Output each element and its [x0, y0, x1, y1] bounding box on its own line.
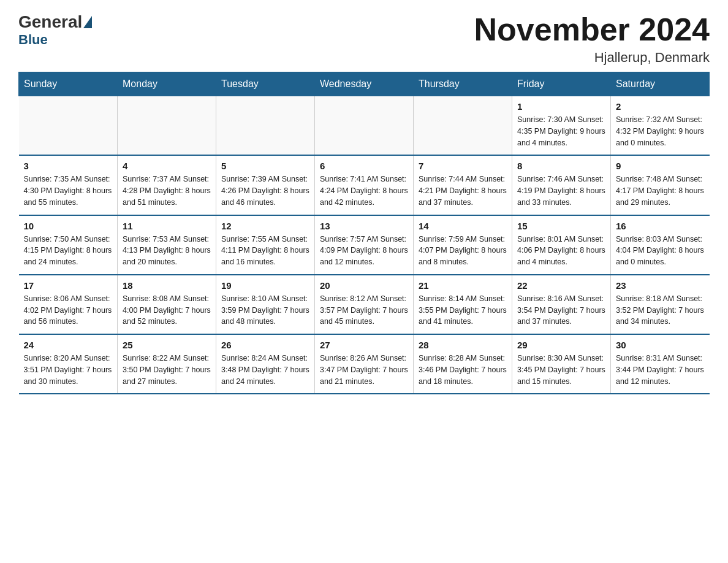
day-number: 23 — [616, 280, 705, 291]
weekday-header-saturday: Saturday — [611, 72, 710, 96]
day-info: Sunrise: 8:26 AM Sunset: 3:47 PM Dayligh… — [320, 353, 408, 387]
calendar-cell: 11Sunrise: 7:53 AM Sunset: 4:13 PM Dayli… — [118, 215, 216, 275]
day-info: Sunrise: 8:06 AM Sunset: 4:02 PM Dayligh… — [24, 293, 113, 327]
day-number: 28 — [419, 340, 507, 350]
day-info: Sunrise: 8:14 AM Sunset: 3:55 PM Dayligh… — [419, 293, 507, 327]
weekday-header-monday: Monday — [118, 72, 216, 96]
calendar-cell: 14Sunrise: 7:59 AM Sunset: 4:07 PM Dayli… — [414, 215, 512, 275]
day-number: 22 — [517, 280, 605, 291]
day-info: Sunrise: 8:12 AM Sunset: 3:57 PM Dayligh… — [320, 293, 408, 327]
calendar-cell: 16Sunrise: 8:03 AM Sunset: 4:04 PM Dayli… — [611, 215, 710, 275]
calendar-cell: 15Sunrise: 8:01 AM Sunset: 4:06 PM Dayli… — [512, 215, 611, 275]
day-info: Sunrise: 7:57 AM Sunset: 4:09 PM Dayligh… — [320, 234, 408, 268]
day-info: Sunrise: 8:20 AM Sunset: 3:51 PM Dayligh… — [24, 353, 113, 387]
calendar-cell: 5Sunrise: 7:39 AM Sunset: 4:26 PM Daylig… — [216, 155, 315, 215]
day-number: 12 — [221, 221, 309, 231]
day-info: Sunrise: 8:31 AM Sunset: 3:44 PM Dayligh… — [616, 353, 705, 387]
day-number: 18 — [123, 280, 211, 291]
day-info: Sunrise: 7:30 AM Sunset: 4:35 PM Dayligh… — [517, 114, 605, 148]
calendar-cell: 23Sunrise: 8:18 AM Sunset: 3:52 PM Dayli… — [611, 275, 710, 334]
day-number: 27 — [320, 340, 408, 350]
day-info: Sunrise: 7:32 AM Sunset: 4:32 PM Dayligh… — [616, 114, 705, 148]
day-number: 8 — [517, 161, 605, 171]
weekday-header-row: SundayMondayTuesdayWednesdayThursdayFrid… — [19, 72, 710, 96]
day-info: Sunrise: 7:37 AM Sunset: 4:28 PM Dayligh… — [123, 174, 211, 208]
calendar-cell: 2Sunrise: 7:32 AM Sunset: 4:32 PM Daylig… — [611, 96, 710, 156]
day-info: Sunrise: 7:48 AM Sunset: 4:17 PM Dayligh… — [616, 174, 705, 208]
day-number: 20 — [320, 280, 408, 291]
calendar-body: 1Sunrise: 7:30 AM Sunset: 4:35 PM Daylig… — [19, 96, 710, 394]
calendar-cell: 27Sunrise: 8:26 AM Sunset: 3:47 PM Dayli… — [315, 334, 414, 394]
calendar-cell: 12Sunrise: 7:55 AM Sunset: 4:11 PM Dayli… — [216, 215, 315, 275]
calendar-week-row: 24Sunrise: 8:20 AM Sunset: 3:51 PM Dayli… — [19, 334, 710, 394]
calendar-cell: 7Sunrise: 7:44 AM Sunset: 4:21 PM Daylig… — [414, 155, 512, 215]
day-number: 29 — [517, 340, 605, 350]
subtitle: Hjallerup, Denmark — [474, 50, 710, 66]
logo-general-text: General — [18, 12, 82, 32]
day-info: Sunrise: 8:03 AM Sunset: 4:04 PM Dayligh… — [616, 234, 705, 268]
main-title: November 2024 — [474, 12, 710, 47]
calendar-cell: 29Sunrise: 8:30 AM Sunset: 3:45 PM Dayli… — [512, 334, 611, 394]
calendar-cell: 13Sunrise: 7:57 AM Sunset: 4:09 PM Dayli… — [315, 215, 414, 275]
calendar-cell: 10Sunrise: 7:50 AM Sunset: 4:15 PM Dayli… — [19, 215, 118, 275]
day-number: 16 — [616, 221, 705, 231]
day-info: Sunrise: 7:46 AM Sunset: 4:19 PM Dayligh… — [517, 174, 605, 208]
calendar-week-row: 10Sunrise: 7:50 AM Sunset: 4:15 PM Dayli… — [19, 215, 710, 275]
day-info: Sunrise: 8:24 AM Sunset: 3:48 PM Dayligh… — [221, 353, 309, 387]
day-info: Sunrise: 8:18 AM Sunset: 3:52 PM Dayligh… — [616, 293, 705, 327]
calendar-cell: 3Sunrise: 7:35 AM Sunset: 4:30 PM Daylig… — [19, 155, 118, 215]
calendar-cell: 30Sunrise: 8:31 AM Sunset: 3:44 PM Dayli… — [611, 334, 710, 394]
calendar-cell: 19Sunrise: 8:10 AM Sunset: 3:59 PM Dayli… — [216, 275, 315, 334]
day-info: Sunrise: 8:30 AM Sunset: 3:45 PM Dayligh… — [517, 353, 605, 387]
calendar-cell: 8Sunrise: 7:46 AM Sunset: 4:19 PM Daylig… — [512, 155, 611, 215]
calendar-week-row: 17Sunrise: 8:06 AM Sunset: 4:02 PM Dayli… — [19, 275, 710, 334]
day-info: Sunrise: 7:35 AM Sunset: 4:30 PM Dayligh… — [24, 174, 113, 208]
weekday-header-thursday: Thursday — [414, 72, 512, 96]
calendar-cell: 18Sunrise: 8:08 AM Sunset: 4:00 PM Dayli… — [118, 275, 216, 334]
calendar-header: SundayMondayTuesdayWednesdayThursdayFrid… — [19, 72, 710, 96]
calendar-cell: 20Sunrise: 8:12 AM Sunset: 3:57 PM Dayli… — [315, 275, 414, 334]
calendar-cell: 26Sunrise: 8:24 AM Sunset: 3:48 PM Dayli… — [216, 334, 315, 394]
calendar-cell: 24Sunrise: 8:20 AM Sunset: 3:51 PM Dayli… — [19, 334, 118, 394]
day-info: Sunrise: 8:22 AM Sunset: 3:50 PM Dayligh… — [123, 353, 211, 387]
title-section: November 2024 Hjallerup, Denmark — [474, 12, 710, 66]
day-number: 7 — [419, 161, 507, 171]
calendar-week-row: 1Sunrise: 7:30 AM Sunset: 4:35 PM Daylig… — [19, 96, 710, 156]
day-number: 21 — [419, 280, 507, 291]
day-info: Sunrise: 7:59 AM Sunset: 4:07 PM Dayligh… — [419, 234, 507, 268]
calendar-cell: 17Sunrise: 8:06 AM Sunset: 4:02 PM Dayli… — [19, 275, 118, 334]
day-number: 4 — [123, 161, 211, 171]
calendar-cell: 21Sunrise: 8:14 AM Sunset: 3:55 PM Dayli… — [414, 275, 512, 334]
day-info: Sunrise: 7:50 AM Sunset: 4:15 PM Dayligh… — [24, 234, 113, 268]
day-info: Sunrise: 8:16 AM Sunset: 3:54 PM Dayligh… — [517, 293, 605, 327]
day-info: Sunrise: 7:41 AM Sunset: 4:24 PM Dayligh… — [320, 174, 408, 208]
day-info: Sunrise: 7:53 AM Sunset: 4:13 PM Dayligh… — [123, 234, 211, 268]
day-info: Sunrise: 8:08 AM Sunset: 4:00 PM Dayligh… — [123, 293, 211, 327]
calendar-cell — [414, 96, 512, 156]
day-number: 15 — [517, 221, 605, 231]
weekday-header-friday: Friday — [512, 72, 611, 96]
day-number: 17 — [24, 280, 113, 291]
day-info: Sunrise: 7:55 AM Sunset: 4:11 PM Dayligh… — [221, 234, 309, 268]
day-info: Sunrise: 7:39 AM Sunset: 4:26 PM Dayligh… — [221, 174, 309, 208]
day-info: Sunrise: 7:44 AM Sunset: 4:21 PM Dayligh… — [419, 174, 507, 208]
day-number: 14 — [419, 221, 507, 231]
day-number: 10 — [24, 221, 113, 231]
page-header: General Blue November 2024 Hjallerup, De… — [18, 12, 710, 66]
calendar-cell: 9Sunrise: 7:48 AM Sunset: 4:17 PM Daylig… — [611, 155, 710, 215]
day-number: 9 — [616, 161, 705, 171]
calendar-cell: 25Sunrise: 8:22 AM Sunset: 3:50 PM Dayli… — [118, 334, 216, 394]
logo: General Blue — [18, 12, 93, 48]
calendar-cell — [315, 96, 414, 156]
calendar-cell — [19, 96, 118, 156]
calendar-cell: 4Sunrise: 7:37 AM Sunset: 4:28 PM Daylig… — [118, 155, 216, 215]
calendar-week-row: 3Sunrise: 7:35 AM Sunset: 4:30 PM Daylig… — [19, 155, 710, 215]
day-number: 24 — [24, 340, 113, 350]
day-number: 30 — [616, 340, 705, 350]
day-number: 6 — [320, 161, 408, 171]
day-number: 19 — [221, 280, 309, 291]
weekday-header-sunday: Sunday — [19, 72, 118, 96]
day-number: 1 — [517, 101, 605, 112]
day-number: 5 — [221, 161, 309, 171]
calendar-cell — [118, 96, 216, 156]
